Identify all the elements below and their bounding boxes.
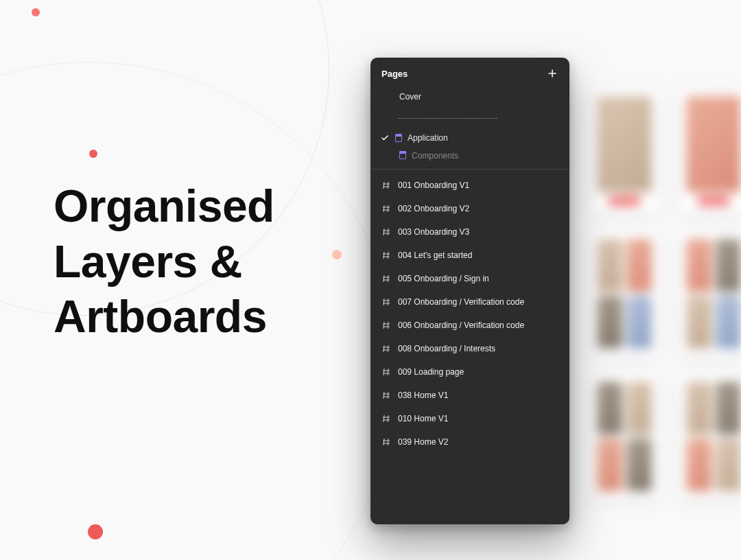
frame-icon — [381, 227, 391, 237]
pages-panel: Pages Cover ----------------------------… — [370, 58, 569, 524]
frame-icon — [381, 414, 391, 423]
frame-icon — [381, 180, 391, 190]
frame-list: 001 Onboarding V1002 Onboarding V2003 On… — [370, 170, 569, 460]
frame-icon — [381, 250, 391, 260]
frame-label: 006 Onboarding / Verification code — [398, 320, 524, 330]
frame-row[interactable]: 006 Onboarding / Verification code — [370, 314, 569, 337]
artboards-preview — [583, 89, 741, 515]
frame-label: 002 Onboarding V2 — [398, 204, 469, 213]
page-label: Application — [408, 133, 448, 143]
page-label: ----------------------------------- — [398, 113, 498, 121]
frame-row[interactable]: 008 Onboarding / Interests — [370, 337, 569, 360]
frame-row[interactable]: 001 Onboarding V1 — [370, 174, 569, 197]
check-icon — [380, 133, 390, 143]
frame-label: 008 Onboarding / Interests — [398, 344, 495, 353]
page-components[interactable]: Components — [370, 148, 569, 163]
frame-label: 039 Home V2 — [398, 437, 448, 447]
frame-label: 038 Home V1 — [398, 390, 448, 400]
plus-icon — [548, 69, 556, 78]
page-label: Cover — [399, 92, 421, 102]
headline: Organised Layers & Artboards — [54, 178, 274, 345]
panel-header: Pages — [370, 58, 569, 86]
page-thumbnail-icon — [399, 151, 406, 159]
page-list: Cover ----------------------------------… — [370, 86, 569, 170]
frame-row[interactable]: 005 Onboarding / Sign in — [370, 267, 569, 290]
frame-row[interactable]: 002 Onboarding V2 — [370, 197, 569, 220]
frame-icon — [381, 390, 391, 400]
headline-line: Artboards — [54, 289, 274, 345]
frame-label: 001 Onboarding V1 — [398, 180, 469, 190]
panel-title: Pages — [381, 69, 408, 79]
frame-label: 003 Onboarding V3 — [398, 227, 469, 237]
frame-label: 009 Loading page — [398, 367, 464, 377]
frame-label: 005 Onboarding / Sign in — [398, 274, 489, 283]
frame-icon — [381, 437, 391, 447]
page-application[interactable]: Application — [370, 128, 569, 148]
page-thumbnail-icon — [395, 134, 402, 142]
page-cover[interactable]: Cover — [370, 86, 569, 107]
decorative-dot — [32, 8, 40, 16]
headline-line: Layers & — [54, 234, 274, 290]
frame-row[interactable]: 010 Home V1 — [370, 407, 569, 430]
frame-icon — [381, 274, 391, 283]
frame-row[interactable]: 038 Home V1 — [370, 384, 569, 407]
frame-icon — [381, 297, 391, 307]
headline-line: Organised — [54, 178, 274, 234]
decorative-dot — [89, 150, 97, 158]
decorative-dot — [332, 250, 342, 259]
frame-row[interactable]: 003 Onboarding V3 — [370, 220, 569, 244]
frame-row[interactable]: 004 Let's get started — [370, 244, 569, 267]
page-divider[interactable]: ----------------------------------- — [370, 107, 569, 128]
frame-icon — [381, 367, 391, 377]
frame-row[interactable]: 009 Loading page — [370, 360, 569, 384]
frame-row[interactable]: 007 Onboarding / Verification code — [370, 290, 569, 314]
frame-icon — [381, 320, 391, 330]
frame-icon — [381, 344, 391, 353]
decorative-dot — [88, 524, 103, 539]
frame-label: 007 Onboarding / Verification code — [398, 297, 524, 307]
frame-row[interactable]: 039 Home V2 — [370, 430, 569, 454]
frame-icon — [381, 204, 391, 213]
add-page-button[interactable] — [546, 67, 558, 80]
page-label: Components — [412, 151, 458, 161]
frame-label: 010 Home V1 — [398, 414, 448, 423]
frame-label: 004 Let's get started — [398, 250, 472, 260]
